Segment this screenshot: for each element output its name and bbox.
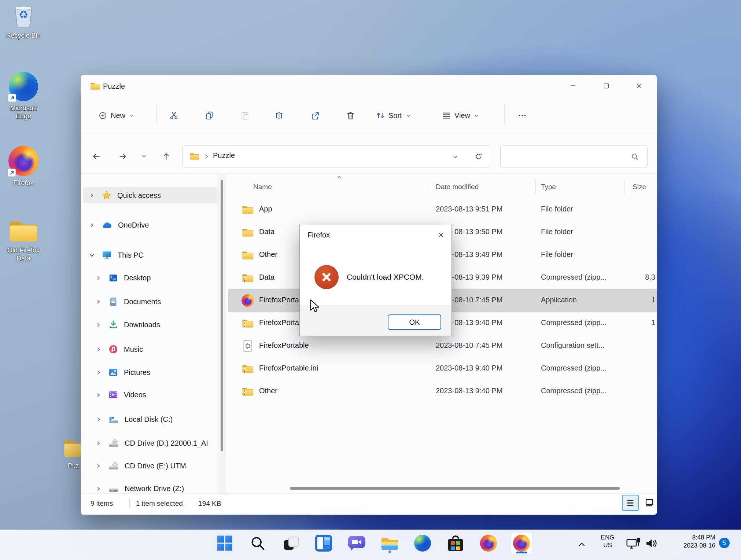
sidebar-item-videos[interactable]: Videos bbox=[83, 387, 222, 403]
table-row-firefoxportable-ini-zip[interactable]: FirefoxPortable.ini 2023-08-13 9:40 PM C… bbox=[228, 357, 657, 380]
sidebar-item-local-disk-c[interactable]: Local Disk (C:) bbox=[83, 411, 222, 427]
sidebar-item-desktop[interactable]: Desktop bbox=[83, 270, 222, 286]
table-row-firefoxportable-ini[interactable]: FirefoxPortable 2023-08-10 7:45 PM Confi… bbox=[228, 335, 657, 357]
desktop-icon-microsoft-edge[interactable]: Microsoft Edge bbox=[1, 72, 46, 120]
sidebar-item-cd-drive-d[interactable]: CD Drive (D:) 22000.1_AI bbox=[83, 435, 222, 451]
share-icon bbox=[311, 111, 320, 120]
column-header-size[interactable]: Size bbox=[633, 183, 646, 191]
ok-button[interactable]: OK bbox=[388, 314, 441, 330]
file-size: 1 bbox=[651, 296, 655, 304]
language-indicator[interactable]: ENG US bbox=[594, 534, 621, 549]
cut-button[interactable] bbox=[165, 107, 183, 124]
close-button[interactable] bbox=[628, 75, 650, 96]
tray-show-hidden-icons-button[interactable] bbox=[575, 536, 589, 552]
address-dropdown-icon[interactable] bbox=[452, 154, 458, 160]
config-file-icon bbox=[242, 340, 254, 352]
sidebar-scrollbar-thumb[interactable] bbox=[221, 180, 223, 451]
store-taskbar-button[interactable] bbox=[445, 532, 467, 554]
chat-button[interactable] bbox=[346, 532, 368, 554]
expand-chevron-icon[interactable] bbox=[96, 347, 101, 352]
sidebar-item-cd-drive-e[interactable]: CD Drive (E:) UTM bbox=[83, 458, 222, 474]
widgets-button[interactable] bbox=[313, 532, 335, 554]
rename-button[interactable] bbox=[271, 107, 288, 124]
start-button[interactable] bbox=[214, 532, 236, 554]
copy-button[interactable] bbox=[200, 107, 218, 124]
disk-drive-icon bbox=[108, 415, 119, 424]
column-separator[interactable] bbox=[535, 180, 536, 194]
back-button[interactable] bbox=[87, 147, 105, 165]
expand-chevron-icon[interactable] bbox=[96, 392, 101, 398]
paste-button[interactable] bbox=[236, 107, 254, 124]
dialog-close-button[interactable] bbox=[434, 229, 448, 241]
large-icons-view-button[interactable] bbox=[641, 495, 657, 511]
maximize-button[interactable] bbox=[596, 75, 617, 96]
expand-chevron-icon[interactable] bbox=[96, 299, 101, 305]
file-explorer-taskbar-button[interactable] bbox=[379, 532, 401, 554]
minimize-button[interactable] bbox=[563, 75, 584, 96]
collapse-chevron-icon[interactable] bbox=[89, 253, 95, 258]
firefox-taskbar-button[interactable] bbox=[478, 532, 499, 554]
sidebar-item-onedrive[interactable]: OneDrive bbox=[83, 217, 222, 233]
column-separator[interactable] bbox=[432, 180, 432, 194]
refresh-icon[interactable] bbox=[474, 152, 483, 161]
sidebar-item-downloads[interactable]: Downloads bbox=[83, 317, 222, 333]
shortcut-arrow-icon bbox=[8, 94, 16, 102]
expand-chevron-icon[interactable] bbox=[96, 486, 101, 491]
recent-locations-button[interactable] bbox=[136, 147, 152, 165]
table-row-app[interactable]: App 2023-08-13 9:51 PM File folder bbox=[228, 198, 657, 221]
task-view-button[interactable] bbox=[280, 532, 302, 554]
table-row-other-zip[interactable]: Other 2023-08-13 9:40 PM Compressed (zip… bbox=[228, 380, 657, 403]
chevron-down-icon bbox=[406, 113, 411, 118]
taskbar: ENG US 8:48 PM 2023-08-16 5 bbox=[0, 530, 741, 560]
expand-chevron-icon[interactable] bbox=[96, 370, 101, 375]
edge-taskbar-button[interactable] bbox=[412, 532, 434, 554]
forward-button[interactable] bbox=[114, 147, 132, 165]
desktop-icon-old-firefox-data[interactable]: Old Firefox Data bbox=[1, 218, 46, 262]
sidebar-item-documents[interactable]: Documents bbox=[83, 294, 222, 310]
file-type: Compressed (zipp... bbox=[541, 387, 607, 395]
expand-chevron-icon[interactable] bbox=[96, 417, 101, 422]
expand-chevron-icon[interactable] bbox=[96, 275, 101, 281]
sort-button[interactable]: Sort bbox=[372, 107, 415, 124]
details-view-button[interactable] bbox=[622, 495, 639, 511]
breadcrumb[interactable]: Puzzle bbox=[213, 151, 235, 160]
desktop-icon-recycle-bin[interactable]: ♻ Recycle Bin bbox=[1, 2, 46, 40]
clock-time: 8:48 PM bbox=[664, 534, 715, 542]
delete-button[interactable] bbox=[342, 107, 359, 124]
address-bar[interactable]: Puzzle bbox=[183, 145, 490, 167]
expand-chevron-icon[interactable] bbox=[96, 322, 101, 328]
arrow-left-icon bbox=[92, 152, 101, 161]
up-button[interactable] bbox=[157, 147, 175, 165]
volume-tray-button[interactable] bbox=[645, 537, 659, 551]
view-button[interactable]: View bbox=[438, 107, 483, 124]
dialog-title: Firefox bbox=[307, 231, 330, 239]
search-box[interactable] bbox=[500, 145, 648, 167]
column-header-type[interactable]: Type bbox=[541, 183, 556, 191]
sidebar-item-music[interactable]: Music bbox=[83, 341, 222, 357]
horizontal-scrollbar-thumb[interactable] bbox=[290, 487, 620, 490]
clock[interactable]: 8:48 PM 2023-08-16 bbox=[664, 534, 715, 550]
column-separator[interactable] bbox=[624, 180, 625, 194]
taskbar-search-button[interactable] bbox=[247, 532, 269, 554]
music-note-icon bbox=[108, 345, 118, 354]
see-more-button[interactable] bbox=[512, 107, 532, 124]
sidebar-item-this-pc[interactable]: This PC bbox=[83, 247, 222, 263]
column-header-date-modified[interactable]: Date modified bbox=[436, 183, 479, 191]
shortcut-arrow-icon bbox=[8, 169, 16, 177]
expand-chevron-icon[interactable] bbox=[96, 463, 101, 469]
column-header-name[interactable]: Name bbox=[253, 183, 272, 191]
desktop-icon-firefox[interactable]: Firefox bbox=[1, 146, 46, 187]
sidebar-item-quick-access[interactable]: Quick access bbox=[83, 187, 222, 203]
new-button[interactable]: New bbox=[95, 107, 138, 124]
expand-chevron-icon[interactable] bbox=[96, 441, 101, 446]
expand-chevron-icon[interactable] bbox=[89, 193, 95, 198]
file-size: 8,3 bbox=[645, 273, 655, 281]
firefox-active-taskbar-button[interactable] bbox=[510, 532, 532, 554]
share-button[interactable] bbox=[306, 107, 324, 124]
sidebar-item-pictures[interactable]: Pictures bbox=[83, 364, 222, 380]
network-tray-button[interactable] bbox=[626, 537, 641, 552]
view-button-label: View bbox=[454, 111, 470, 120]
notification-badge[interactable]: 5 bbox=[719, 538, 730, 548]
sidebar-item-label: Desktop bbox=[124, 274, 151, 282]
expand-chevron-icon[interactable] bbox=[89, 222, 95, 228]
